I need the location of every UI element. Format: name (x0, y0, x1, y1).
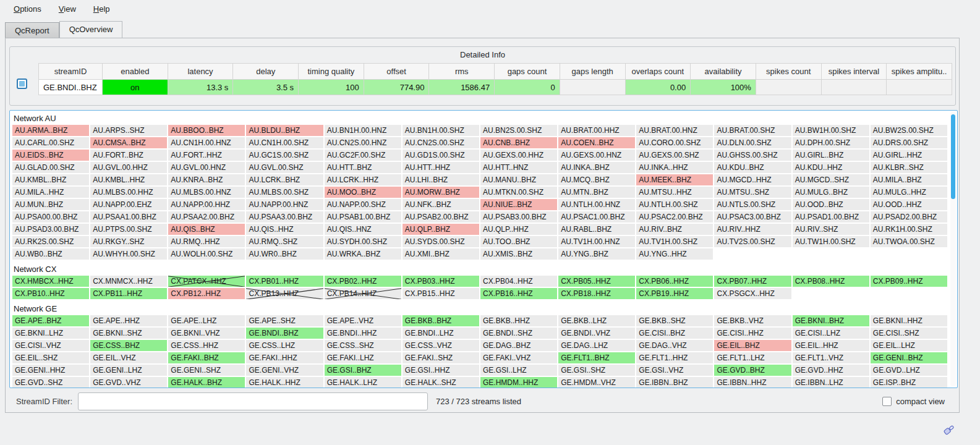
stream-cell[interactable]: AU.NTLH.00.HNZ (558, 199, 635, 210)
stream-cell[interactable]: GE.HMDM..VHZ (558, 377, 635, 388)
stream-cell[interactable]: AU.PSAD3.00.BHZ (12, 224, 89, 235)
column-header[interactable]: spikes count (756, 64, 821, 80)
stream-cell[interactable]: GE.GSI..SHZ (558, 365, 635, 376)
stream-cell[interactable]: GE.ISP..BHZ (871, 377, 947, 388)
stream-cell[interactable]: GE.HALK..LHZ (325, 377, 401, 388)
stream-cell[interactable]: AU.WOLH.00.SHZ (168, 248, 245, 260)
stream-cell[interactable]: AU.RMQ..HHZ (168, 236, 245, 247)
stream-cell[interactable]: AU.MTSU..SHZ (714, 187, 791, 198)
tab-qcreport[interactable]: QcReport (5, 22, 59, 38)
stream-cell[interactable]: AU.KMBL..BHZ (12, 174, 89, 185)
stream-cell[interactable]: AU.GHSS.00.SHZ (714, 150, 791, 161)
stream-cell[interactable]: GE.FLT1..LHZ (714, 352, 791, 363)
stream-cell[interactable]: AU.PSAA1.00.BHZ (90, 211, 167, 222)
stream-cell[interactable]: AU.MORW..BHZ (403, 187, 479, 198)
stream-cell[interactable]: AU.CN2S.00.HNZ (325, 137, 401, 148)
column-header[interactable]: streamID (39, 64, 103, 80)
stream-cell[interactable]: AU.GEXS.00.HHZ (480, 150, 557, 161)
stream-cell[interactable]: AU.GC1S.00.SHZ (246, 150, 323, 161)
detail-value-cell[interactable]: 774.90 (364, 80, 429, 95)
stream-cell[interactable]: AU.WHYH.00.SHZ (90, 248, 167, 260)
stream-cell[interactable]: GE.EIL..SHZ (12, 352, 89, 363)
stream-cell[interactable]: AU.BW2S.00.SHZ (871, 125, 947, 136)
stream-cell[interactable]: GE.GVD..LHZ (871, 365, 947, 376)
stream-cell[interactable]: AU.FORT..BHZ (90, 150, 167, 161)
stream-cell[interactable]: AU.BBOO..BHZ (168, 125, 245, 136)
stream-cell[interactable]: GE.BKB..VHZ (714, 315, 791, 326)
stream-cell[interactable]: GE.GVD..VHZ (90, 377, 167, 388)
stream-cell[interactable]: AU.YNG..HHZ (636, 248, 713, 260)
stream-cell[interactable]: AU.PSAB3.00.BHZ (480, 211, 557, 222)
stream-cell[interactable]: AU.PSAC3.00.BHZ (714, 211, 791, 222)
stream-cell[interactable]: GE.CSS..HHZ (168, 340, 245, 351)
stream-enabled-toggle-icon[interactable] (17, 78, 27, 89)
tab-qcoverview[interactable]: QcOverview (59, 21, 123, 38)
stream-cell[interactable]: AU.RKGY..SHZ (90, 236, 167, 247)
stream-cell[interactable]: AU.ARPS..SHZ (90, 125, 167, 136)
stream-cell[interactable]: AU.TV2S.00.SHZ (714, 236, 791, 247)
stream-cell[interactable]: AU.SYDS.00.SHZ (403, 236, 479, 247)
stream-cell[interactable]: AU.RIV..HHZ (714, 224, 791, 235)
stream-cell[interactable]: AU.YNG..BHZ (558, 248, 635, 260)
stream-cell[interactable]: AU.KMBL..HHZ (90, 174, 167, 185)
stream-cell[interactable]: AU.CN2S.00.SHZ (403, 137, 479, 148)
stream-cell[interactable]: AU.CN1H.00.SHZ (246, 137, 323, 148)
stream-cell[interactable]: GE.BKNI..VHZ (168, 328, 245, 339)
stream-cell[interactable]: AU.MTN..BHZ (558, 187, 635, 198)
stream-cell[interactable]: GE.FLT1..HHZ (636, 352, 713, 363)
stream-cell[interactable]: GE.IBBN..HHZ (714, 377, 791, 388)
menu-options[interactable]: Options (6, 2, 49, 16)
stream-cell[interactable]: GE.APE..HHZ (90, 315, 167, 326)
stream-cell[interactable]: CX.PATCX..HHZ (168, 276, 245, 287)
stream-cell[interactable]: AU.BW1H.00.SHZ (793, 125, 869, 136)
stream-cell[interactable]: AU.MULG..BHZ (793, 187, 869, 198)
stream-cell[interactable]: AU.NTLH.00.SHZ (636, 199, 713, 210)
stream-cell[interactable]: AU.MOO..BHZ (325, 187, 401, 198)
stream-cell[interactable]: AU.LCRK..HHZ (325, 174, 401, 185)
detail-value-cell[interactable]: 100 (299, 80, 364, 95)
stream-cell[interactable]: AU.SYDH.00.SHZ (325, 236, 401, 247)
stream-grid-panel[interactable]: Network AUAU.ARMA..BHZAU.ARPS..SHZAU.BBO… (9, 110, 958, 388)
stream-cell[interactable]: GE.BKNI..LHZ (12, 328, 89, 339)
stream-cell[interactable]: AU.XMIS..BHZ (480, 248, 557, 260)
stream-cell[interactable]: CX.PB10..HHZ (12, 288, 89, 299)
stream-cell[interactable]: AU.GEXS.00.HNZ (558, 150, 635, 161)
stream-cell[interactable]: AU.NIUE..BHZ (480, 199, 557, 210)
stream-cell[interactable]: AU.OOD..BHZ (793, 199, 869, 210)
stream-cell[interactable]: GE.CSS..VHZ (403, 340, 479, 351)
stream-cell[interactable]: AU.DPH.00.SHZ (793, 137, 869, 148)
stream-cell[interactable]: CX.PB05..HHZ (558, 276, 635, 287)
stream-cell[interactable]: AU.NAPP.00.HHZ (168, 199, 245, 210)
stream-cell[interactable]: CX.PB03..HHZ (403, 276, 479, 287)
stream-cell[interactable]: AU.QLP..HHZ (480, 224, 557, 235)
stream-cell[interactable]: AU.CNB..BHZ (480, 137, 557, 148)
stream-cell[interactable]: GE.GVD..SHZ (12, 377, 89, 388)
stream-cell[interactable]: AU.PSAD1.00.BHZ (793, 211, 869, 222)
stream-cell[interactable]: CX.PB16..HHZ (480, 288, 557, 299)
detail-value-cell[interactable]: GE.BNDI..BHZ (39, 80, 103, 95)
stream-cell[interactable]: AU.GLAD.00.SHZ (12, 162, 89, 173)
detail-value-cell[interactable]: 3.5 s (233, 80, 299, 95)
stream-cell[interactable]: GE.BKB..LHZ (558, 315, 635, 326)
stream-cell[interactable]: GE.CSS..BHZ (90, 340, 167, 351)
stream-cell[interactable]: GE.GVD..HHZ (793, 365, 869, 376)
stream-cell[interactable]: GE.CISI..VHZ (12, 340, 89, 351)
stream-cell[interactable]: AU.HTT..HNZ (480, 162, 557, 173)
stream-cell[interactable]: CX.PB08..HHZ (793, 276, 869, 287)
stream-cell[interactable]: GE.FAKI..HHZ (246, 352, 323, 363)
stream-cell[interactable]: AU.TWOA.00.SHZ (871, 236, 947, 247)
stream-cell[interactable]: CX.PB07..HHZ (714, 276, 791, 287)
stream-cell[interactable]: AU.KLBR..SHZ (871, 162, 947, 173)
stream-cell[interactable]: GE.BNDI..HHZ (325, 328, 401, 339)
stream-cell[interactable]: GE.FAKI..LHZ (325, 352, 401, 363)
detail-value-cell[interactable] (821, 80, 887, 95)
stream-cell[interactable]: AU.PTPS.00.SHZ (90, 224, 167, 235)
stream-cell[interactable]: AU.GEXS.00.SHZ (636, 150, 713, 161)
stream-cell[interactable]: GE.BKB..SHZ (636, 315, 713, 326)
stream-cell[interactable]: GE.DAG..VHZ (636, 340, 713, 351)
stream-cell[interactable]: AU.PSAA3.00.BHZ (246, 211, 323, 222)
stream-cell[interactable]: AU.KDU..HHZ (793, 162, 869, 173)
stream-cell[interactable]: GE.GSI..VHZ (636, 365, 713, 376)
stream-cell[interactable]: GE.HALK..SHZ (403, 377, 479, 388)
stream-cell[interactable]: AU.TV1H.00.HNZ (558, 236, 635, 247)
